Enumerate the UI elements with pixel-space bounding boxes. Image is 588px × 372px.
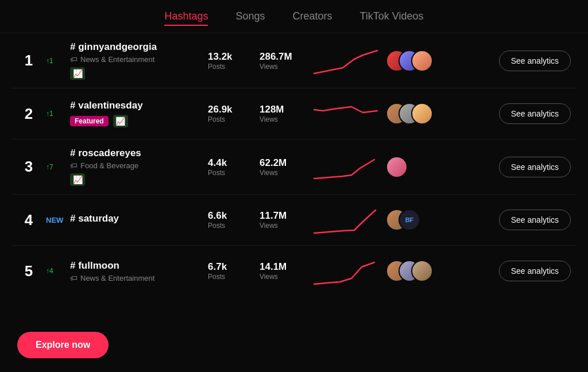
action-col: See analytics — [449, 51, 577, 71]
trend-icon: 📈 — [70, 173, 85, 186]
posts-label: Posts — [208, 169, 260, 177]
hashtag-category: 🏷 News & Entertainment — [70, 274, 208, 282]
hashtag-name: # fullmoon — [70, 260, 208, 272]
see-analytics-button[interactable]: See analytics — [499, 51, 571, 71]
change-up-icon: ↑1 — [46, 110, 70, 118]
views-label: Views — [260, 169, 311, 177]
main-nav: Hashtags Songs Creators TikTok Videos — [0, 0, 588, 33]
hashtag-info: # fullmoon 🏷 News & Entertainment — [70, 260, 208, 282]
action-col: See analytics — [449, 103, 577, 124]
hashtags-table: 1 ↑1 # ginnyandgeorgia 🏷 News & Entertai… — [0, 33, 588, 296]
action-col: See analytics — [449, 210, 577, 230]
sparkline-chart — [311, 44, 386, 78]
rank-change: ↑4 — [46, 267, 70, 275]
sparkline-chart — [311, 96, 386, 131]
creator-avatars: BF — [386, 207, 449, 232]
posts-stat: 26.9k Posts — [208, 104, 260, 123]
hashtag-name: # ginnyandgeorgia — [70, 41, 208, 53]
action-col: See analytics — [449, 261, 577, 281]
views-stat: 62.2M Views — [260, 157, 311, 177]
views-label: Views — [260, 115, 311, 123]
table-row: 2 ↑1 # valentinesday Featured 📈 26.9k Po… — [11, 88, 577, 140]
rank-change: ↑7 — [46, 163, 70, 171]
views-stat: 286.7M Views — [260, 51, 311, 71]
avatar — [411, 260, 433, 282]
change-up-icon: ↑1 — [46, 57, 70, 65]
creator-avatars — [386, 48, 449, 73]
rank-change: ↑1 — [46, 57, 70, 65]
change-up-icon: ↑7 — [46, 163, 70, 171]
views-stat: 14.1M Views — [260, 261, 311, 281]
trend-icon: 📈 — [70, 67, 85, 80]
rank-number: 4 — [11, 211, 46, 229]
posts-stat: 6.6k Posts — [208, 210, 260, 230]
table-row: 3 ↑7 # roscadereyes 🏷 Food & Beverage 📈 … — [11, 140, 577, 195]
hashtag-info: # valentinesday Featured 📈 — [70, 100, 208, 127]
hashtag-category: 🏷 News & Entertainment — [70, 55, 208, 64]
nav-tiktok-videos[interactable]: TikTok Videos — [360, 10, 424, 26]
avatar — [411, 103, 433, 125]
avatar — [411, 50, 433, 72]
posts-label: Posts — [208, 222, 260, 230]
views-label: Views — [260, 222, 311, 230]
posts-label: Posts — [208, 115, 260, 123]
nav-songs[interactable]: Songs — [235, 10, 265, 26]
creator-avatars — [386, 154, 449, 180]
table-row: 1 ↑1 # ginnyandgeorgia 🏷 News & Entertai… — [11, 33, 577, 88]
rank-change: ↑1 — [46, 110, 70, 118]
creator-avatars — [386, 101, 449, 126]
posts-label: Posts — [208, 63, 260, 71]
hashtag-name: # valentinesday — [70, 100, 208, 111]
change-up-icon: ↑4 — [46, 267, 70, 275]
action-col: See analytics — [449, 157, 577, 177]
views-stat: 128M Views — [260, 104, 311, 123]
see-analytics-button[interactable]: See analytics — [499, 157, 571, 177]
hashtag-info: # saturday — [70, 213, 208, 227]
see-analytics-button[interactable]: See analytics — [499, 210, 571, 230]
see-analytics-button[interactable]: See analytics — [499, 103, 571, 124]
sparkline-chart — [311, 203, 386, 237]
see-analytics-button[interactable]: See analytics — [499, 261, 571, 281]
rank-number: 2 — [11, 105, 46, 123]
tag-icon: 🏷 — [70, 55, 78, 64]
avatar — [386, 156, 408, 178]
posts-stat: 4.4k Posts — [208, 157, 260, 177]
rank-number: 1 — [11, 52, 46, 69]
featured-badge: Featured — [70, 116, 109, 126]
rank-number: 3 — [11, 158, 46, 176]
tag-icon: 🏷 — [70, 161, 78, 170]
hashtag-info: # roscadereyes 🏷 Food & Beverage 📈 — [70, 148, 208, 186]
posts-stat: 13.2k Posts — [208, 51, 260, 71]
hashtag-info: # ginnyandgeorgia 🏷 News & Entertainment… — [70, 41, 208, 80]
hashtag-name: # roscadereyes — [70, 148, 208, 159]
table-row: 4 NEW # saturday 6.6k Posts 11.7M Views … — [11, 195, 577, 246]
rank-change: NEW — [46, 216, 70, 224]
nav-hashtags[interactable]: Hashtags — [164, 10, 208, 26]
views-label: Views — [260, 273, 311, 281]
posts-stat: 6.7k Posts — [208, 261, 260, 281]
hashtag-name: # saturday — [70, 213, 208, 224]
avatar: BF — [399, 209, 420, 231]
views-label: Views — [260, 63, 311, 71]
posts-label: Posts — [208, 273, 260, 281]
tag-icon: 🏷 — [70, 274, 78, 282]
nav-creators[interactable]: Creators — [293, 10, 332, 26]
trend-icon: 📈 — [113, 115, 128, 127]
sparkline-chart — [311, 150, 386, 184]
sparkline-chart — [311, 254, 386, 288]
table-row: 5 ↑4 # fullmoon 🏷 News & Entertainment 6… — [11, 246, 577, 296]
explore-now-button[interactable]: Explore now — [17, 332, 109, 358]
creator-avatars — [386, 258, 449, 284]
views-stat: 11.7M Views — [260, 210, 311, 230]
change-new-badge: NEW — [46, 216, 63, 224]
rank-number: 5 — [11, 262, 46, 280]
hashtag-category: 🏷 Food & Beverage — [70, 161, 208, 170]
